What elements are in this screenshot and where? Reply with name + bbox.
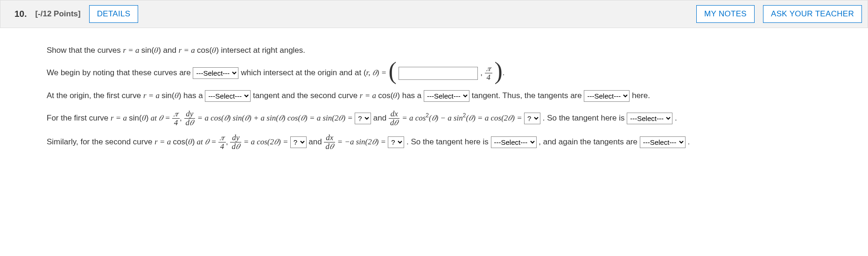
math: r = a [143, 91, 161, 100]
text: For the first curve [47, 114, 111, 122]
question-header: 10. [-/12 Points] DETAILS MY NOTES ASK Y… [0, 0, 868, 28]
text: , [180, 114, 184, 122]
text: and [308, 137, 324, 146]
line-4: For the first curve r = a sin(𝜃) at 𝜃 = … [47, 110, 854, 127]
math: r = a [179, 46, 197, 55]
math: = a cos(2𝜃) = [244, 137, 290, 146]
text: has a [400, 91, 424, 100]
fraction-dy-dtheta: dyd𝜃 [230, 134, 241, 151]
select-dy-value-2[interactable]: ? [290, 136, 307, 148]
math: (𝜃) = a cos(2𝜃) = [466, 114, 524, 122]
my-notes-button[interactable]: MY NOTES [696, 5, 755, 23]
text: and the second curve [280, 91, 360, 100]
math: r = a [111, 114, 129, 122]
text: At the origin, the first curve [47, 91, 143, 100]
text: which intersect at the origin and at ( [241, 68, 366, 77]
fraction: 𝜋4 [172, 110, 180, 127]
text: , and again the tangents are [539, 137, 639, 146]
select-tangent-direction-1[interactable]: ---Select--- [627, 113, 672, 124]
text: and [373, 114, 389, 122]
points-display: [-/12 Points] [35, 9, 80, 19]
text: . [687, 137, 690, 146]
text: Similarly, for the second curve [47, 137, 154, 146]
details-button[interactable]: DETAILS [89, 5, 139, 23]
math: at 𝜃 = [148, 114, 172, 122]
select-dy-value-1[interactable]: ? [355, 113, 371, 124]
line-3: At the origin, the first curve r = a sin… [47, 88, 854, 103]
text: . [675, 114, 677, 122]
select-tangent-direction-2[interactable]: ---Select--- [491, 136, 537, 148]
select-curve-type[interactable]: ---Select--- [193, 67, 238, 79]
math: cos(𝜃) [173, 137, 195, 146]
text: . So the tangent here is [543, 114, 627, 122]
math: sin(𝜃) [141, 46, 161, 55]
math: r = a [360, 91, 378, 100]
text: tangent [253, 91, 280, 100]
math: = −a sin(2𝜃) = [337, 137, 388, 146]
math: r = a [123, 46, 141, 55]
select-tangent-1[interactable]: ---Select--- [205, 90, 251, 102]
math: sin(𝜃) [161, 91, 181, 100]
text: tangent. Thus, the tangents are [472, 91, 584, 100]
math: r = a [154, 137, 173, 146]
text: , [480, 68, 484, 77]
math: , 𝜃) = [368, 68, 388, 77]
math: at 𝜃 = [195, 137, 218, 146]
select-tangents-relation[interactable]: ---Select--- [584, 90, 630, 102]
fraction-dx-dtheta: dxd𝜃 [389, 110, 400, 127]
header-left: 10. [-/12 Points] DETAILS [14, 5, 138, 23]
fraction: 𝜋4 [218, 134, 226, 151]
text: , [226, 137, 230, 146]
text: . [503, 68, 505, 77]
input-r-value[interactable] [399, 67, 478, 80]
text: has a [181, 91, 205, 100]
fraction-dy-dtheta: dyd𝜃 [184, 110, 196, 127]
sup: 2 [426, 112, 429, 119]
text: here. [632, 91, 650, 100]
text: intersect at right angles. [219, 46, 305, 55]
text: . So the tangent here is [406, 137, 491, 146]
select-tangents-relation-2[interactable]: ---Select--- [640, 136, 686, 148]
text: Show that the curves [47, 46, 123, 55]
math: = a cos(𝜃) sin(𝜃) + a sin(𝜃) cos(𝜃) = a … [197, 114, 355, 122]
fraction-dx-dtheta: dxd𝜃 [324, 134, 335, 151]
question-body: Show that the curves r = a sin(𝜃) and r … [0, 28, 868, 166]
line-2: We begin by noting that these curves are… [47, 64, 854, 82]
line-5: Similarly, for the second curve r = a co… [47, 134, 854, 151]
ask-teacher-button[interactable]: ASK YOUR TEACHER [763, 5, 862, 23]
text: and [161, 46, 179, 55]
question-number: 10. [14, 9, 27, 19]
math: sin(𝜃) [129, 114, 148, 122]
math: cos(𝜃) [197, 46, 219, 55]
select-dx-value-2[interactable]: ? [388, 136, 404, 148]
text: We begin by noting that these curves are [47, 68, 193, 77]
open-paren: ( [388, 57, 396, 84]
math: (𝜃) − a sin [429, 114, 463, 122]
math: = a cos [402, 114, 426, 122]
close-paren: ) [494, 57, 502, 84]
math: cos(𝜃) [378, 91, 400, 100]
fraction-pi-4: 𝜋4 [485, 64, 492, 82]
prompt-line: Show that the curves r = a sin(𝜃) and r … [47, 43, 854, 58]
select-dx-value-1[interactable]: ? [524, 113, 540, 124]
select-tangent-2[interactable]: ---Select--- [424, 90, 469, 102]
header-right: MY NOTES ASK YOUR TEACHER [696, 5, 862, 23]
